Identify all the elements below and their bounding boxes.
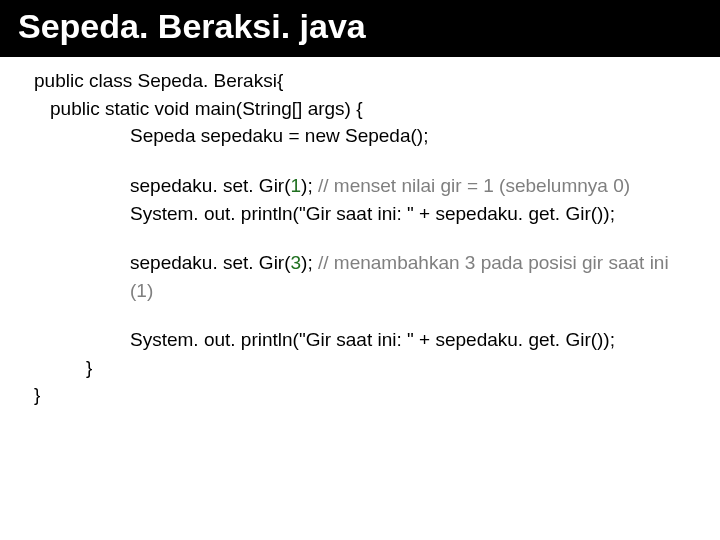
code-comment: // menset nilai gir = 1 (sebelumnya 0): [318, 175, 630, 196]
blank-line: [34, 304, 692, 326]
title-bar: Sepeda. Beraksi. java: [0, 0, 720, 57]
blank-line: [34, 150, 692, 172]
code-arg: 1: [291, 175, 302, 196]
code-arg: 3: [291, 252, 302, 273]
code-line-setgir-1: sepedaku. set. Gir(1); // menset nilai g…: [130, 172, 692, 200]
slide: Sepeda. Beraksi. java public class Seped…: [0, 0, 720, 540]
code-line-main-decl: public static void main(String[] args) {: [50, 95, 692, 123]
code-line-close-class: }: [34, 381, 692, 409]
code-line-class-decl: public class Sepeda. Beraksi{: [34, 67, 692, 95]
code-text: sepedaku. set. Gir(: [130, 252, 291, 273]
code-line-close-main: }: [86, 354, 692, 382]
code-text: );: [301, 175, 318, 196]
code-line-setgir-3: sepedaku. set. Gir(3); // menambahkan 3 …: [130, 249, 692, 304]
code-text: sepedaku. set. Gir(: [130, 175, 291, 196]
code-line-new-sepeda: Sepeda sepedaku = new Sepeda();: [130, 122, 692, 150]
code-line-println-2: System. out. println("Gir saat ini: " + …: [130, 326, 692, 354]
code-text: );: [301, 252, 318, 273]
code-line-println-1: System. out. println("Gir saat ini: " + …: [130, 200, 692, 228]
slide-title: Sepeda. Beraksi. java: [18, 7, 366, 45]
blank-line: [34, 227, 692, 249]
code-content: public class Sepeda. Beraksi{ public sta…: [0, 57, 720, 408]
